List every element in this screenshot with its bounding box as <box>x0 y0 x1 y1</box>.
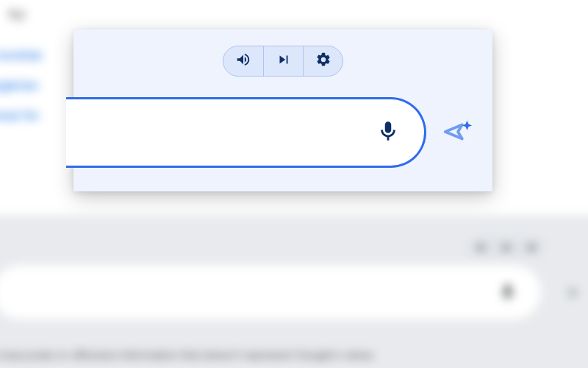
microphone-button[interactable] <box>376 118 401 146</box>
bg-controls-pill <box>467 238 545 257</box>
suggestion-link[interactable]: google/an <box>0 77 42 93</box>
microphone-icon <box>376 133 401 146</box>
suggestion-link[interactable]: er mocktai <box>0 47 42 63</box>
bg-input-bar <box>0 265 541 319</box>
try-label: try: <box>9 7 28 23</box>
disclaimer-text: ay inaccurate or offensive information t… <box>0 349 588 362</box>
volume-button[interactable] <box>223 46 263 76</box>
suggestion-link[interactable]: n meal for <box>0 107 42 124</box>
bg-send-icon: ➤ <box>566 283 580 302</box>
send-button[interactable] <box>437 112 479 155</box>
skip-next-icon <box>276 52 292 71</box>
playback-controls <box>223 46 343 77</box>
gear-icon <box>315 52 331 71</box>
voice-input-bar[interactable] <box>66 97 426 168</box>
volume-icon <box>235 52 251 71</box>
skip-next-button[interactable] <box>263 46 303 76</box>
voice-input-card <box>74 29 492 191</box>
settings-button[interactable] <box>303 46 343 76</box>
send-sparkle-icon <box>441 115 475 152</box>
